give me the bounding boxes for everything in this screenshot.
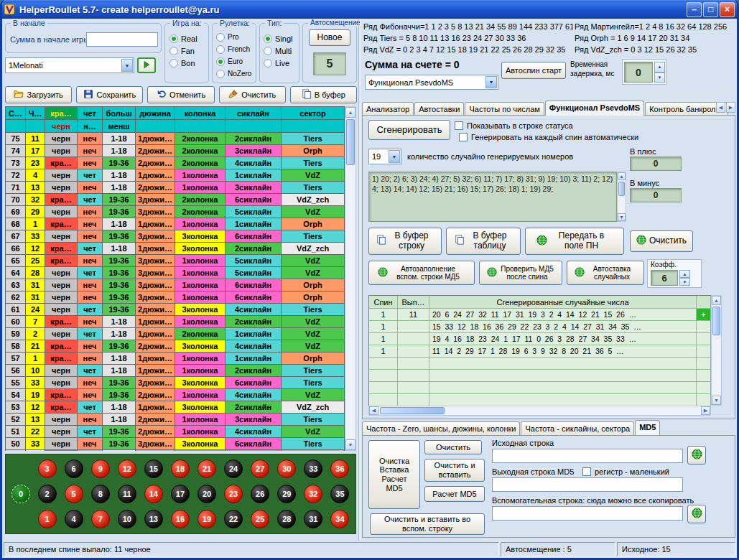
autofill-md5-button[interactable]: Автозаполнение вспом. строки МД5 bbox=[368, 261, 475, 285]
radio-option-singl[interactable]: Singl bbox=[264, 32, 292, 45]
table-row[interactable]: 6612кра…чет1-181дюжи…3колонка2сиклайнVdZ… bbox=[6, 243, 345, 255]
board-number-1[interactable]: 1 bbox=[38, 510, 57, 528]
radio-option-nozero[interactable]: NoZero bbox=[216, 67, 251, 80]
scroll-up-icon[interactable]: ▲ bbox=[712, 296, 721, 305]
spinner-down-icon[interactable]: ▼ bbox=[654, 73, 665, 83]
clipboard-button[interactable]: В буфер bbox=[290, 86, 357, 103]
autobet-button[interactable]: Автоставка случайных bbox=[567, 261, 644, 285]
board-number-24[interactable]: 24 bbox=[224, 459, 243, 478]
board-number-0[interactable]: 0 bbox=[11, 485, 30, 503]
board-number-34[interactable]: 34 bbox=[330, 510, 349, 528]
scrollbar-thumb[interactable] bbox=[618, 182, 625, 196]
board-number-35[interactable]: 35 bbox=[330, 485, 349, 503]
table-row[interactable]: 5419кра…неч19-362дюжи…1колонка4сиклайнVd… bbox=[6, 389, 345, 401]
buffer-row-button[interactable]: В буфер строку bbox=[368, 228, 442, 255]
board-number-22[interactable]: 22 bbox=[224, 510, 243, 528]
board-number-32[interactable]: 32 bbox=[304, 485, 322, 503]
board-number-9[interactable]: 9 bbox=[91, 459, 110, 478]
chevron-down-icon[interactable]: ▼ bbox=[485, 76, 497, 88]
board-number-33[interactable]: 33 bbox=[304, 459, 322, 478]
board-number-3[interactable]: 3 bbox=[38, 459, 57, 478]
table-row[interactable]: 6733черннеч19-363дюжи…3колонка6сиклайнTi… bbox=[6, 230, 345, 243]
table-row[interactable]: 7417черннеч1-182дюжи…2колонка3сиклайнOrp… bbox=[6, 145, 345, 157]
board-number-7[interactable]: 7 bbox=[91, 510, 110, 528]
table-row[interactable]: 6929черннеч19-363дюжи…2колонка5сиклайнVd… bbox=[6, 206, 345, 218]
table-row[interactable]: 607кра…неч1-181дюжи…1колонка2сиклайнVdZ bbox=[6, 316, 345, 328]
board-number-8[interactable]: 8 bbox=[91, 485, 110, 503]
scrollbar-thumb[interactable] bbox=[346, 119, 355, 165]
radio-option-fan[interactable]: Fan bbox=[169, 45, 197, 57]
table-row[interactable]: 5213черннеч1-182дюжи…1колонка3сиклайнTie… bbox=[6, 414, 345, 426]
table-row[interactable]: 5610чернчет1-181дюжи…1колонка2сиклайнTie… bbox=[6, 365, 345, 377]
table-row[interactable]: 4916кра…чет1-182дюжи…1колонка3сиклайнTie… bbox=[6, 450, 345, 451]
gen-table-row[interactable]: 119 4 16 18 23 24 1 17 11 0 26 3 28 27 3… bbox=[369, 333, 711, 345]
table-row[interactable]: 5312кра…чет1-181дюжи…3колонка2сиклайнVdZ… bbox=[6, 401, 345, 414]
new-autoshift-button[interactable]: Новое bbox=[309, 29, 350, 46]
scrollbar-thumb[interactable] bbox=[380, 407, 445, 414]
board-number-26[interactable]: 26 bbox=[251, 485, 269, 503]
board-number-19[interactable]: 19 bbox=[197, 510, 216, 528]
board-number-4[interactable]: 4 bbox=[65, 510, 83, 528]
main-tab-2[interactable]: Частоты по числам bbox=[465, 102, 544, 116]
board-number-6[interactable]: 6 bbox=[65, 459, 83, 478]
profile-combobox[interactable]: 1Melonati ▼ bbox=[5, 57, 134, 73]
scroll-up-icon[interactable]: ▲ bbox=[618, 172, 626, 180]
undo-button[interactable]: Отменить bbox=[147, 86, 214, 103]
md5-big-button[interactable]: Очистка Вставка Расчет MD5 bbox=[368, 440, 420, 509]
board-number-29[interactable]: 29 bbox=[277, 485, 296, 503]
board-number-12[interactable]: 12 bbox=[118, 459, 136, 478]
board-number-28[interactable]: 28 bbox=[277, 510, 296, 528]
scroll-up-icon[interactable]: ▲ bbox=[345, 107, 355, 118]
table-row[interactable]: 6231черннеч19-363дюжи…1колонка6сиклайнOr… bbox=[6, 291, 345, 304]
radio-option-bon[interactable]: Bon bbox=[169, 57, 197, 69]
table-row[interactable]: 6331черннеч19-363дюжи…1колонка6сиклайнOr… bbox=[6, 279, 345, 291]
folder-open-button[interactable]: Загрузить bbox=[5, 86, 72, 103]
scroll-left-icon[interactable]: ◀ bbox=[369, 406, 378, 415]
close-button[interactable]: × bbox=[720, 2, 735, 17]
autospin-start-button[interactable]: Автоспин старт bbox=[501, 62, 566, 79]
chevron-down-icon[interactable]: ▼ bbox=[389, 150, 400, 163]
board-number-23[interactable]: 23 bbox=[224, 485, 243, 503]
gen-clear-button[interactable]: Очистить bbox=[630, 230, 693, 252]
chevron-down-icon[interactable]: ▼ bbox=[121, 59, 133, 72]
board-number-31[interactable]: 31 bbox=[304, 510, 322, 528]
gen-table-row[interactable]: 111 14 2 29 17 1 28 19 6 3 9 32 8 20 21 … bbox=[369, 345, 711, 358]
md5-source-globe-button[interactable] bbox=[687, 446, 706, 465]
start-sum-input[interactable] bbox=[86, 32, 158, 47]
radio-option-french[interactable]: French bbox=[216, 43, 251, 55]
table-row[interactable]: 5533черннеч19-363дюжи…3колонка6сиклайнTi… bbox=[6, 377, 345, 389]
md5-calc-button[interactable]: Расчет MD5 bbox=[424, 486, 485, 502]
generated-numbers-text[interactable]: 1) 20; 2) 6; 3) 24; 4) 27; 5) 32; 6) 11;… bbox=[368, 172, 617, 222]
radio-option-real[interactable]: Real bbox=[169, 32, 197, 45]
md5-clear-paste-button[interactable]: Очистить и вставить bbox=[424, 459, 485, 482]
table-row[interactable]: 592чернчет1-181дюжи…2колонка1сиклайнVdZ bbox=[6, 328, 345, 340]
register-checkbox-row[interactable]: регистр - маленький bbox=[582, 467, 669, 476]
register-checkbox[interactable] bbox=[582, 467, 591, 476]
scroll-down-icon[interactable]: ▼ bbox=[345, 439, 355, 450]
spinner-down-icon[interactable]: ▼ bbox=[679, 278, 690, 286]
table-row[interactable]: 6124чернчет19-362дюжи…3колонка4сиклайнTi… bbox=[6, 304, 345, 316]
board-number-5[interactable]: 5 bbox=[65, 485, 83, 503]
board-number-25[interactable]: 25 bbox=[251, 510, 269, 528]
table-row[interactable]: 5122чернчет19-362дюжи…1колонка4сиклайнVd… bbox=[6, 426, 345, 438]
minimize-button[interactable]: – bbox=[687, 2, 702, 17]
board-number-21[interactable]: 21 bbox=[197, 459, 216, 478]
main-tab-0[interactable]: Анализатор bbox=[362, 102, 414, 116]
board-number-18[interactable]: 18 bbox=[171, 459, 190, 478]
board-number-20[interactable]: 20 bbox=[197, 485, 216, 503]
md5-output-input[interactable] bbox=[492, 477, 683, 492]
board-number-15[interactable]: 15 bbox=[144, 459, 163, 478]
table-row[interactable]: 7323кра…неч19-362дюжи…2колонка4сиклайнTi… bbox=[6, 157, 345, 169]
radio-option-pro[interactable]: Pro bbox=[216, 31, 251, 43]
apply-profile-button[interactable] bbox=[137, 57, 156, 73]
board-number-14[interactable]: 14 bbox=[144, 485, 163, 503]
buffer-table-button[interactable]: В буфер таблицу bbox=[446, 228, 521, 255]
table-row[interactable]: 6525кра…неч19-363дюжи…1колонка5сиклайнVd… bbox=[6, 255, 345, 267]
tab-scroll-left-icon[interactable]: ◀ bbox=[716, 102, 725, 113]
radio-option-live[interactable]: Live bbox=[264, 57, 292, 69]
scroll-down-icon[interactable]: ▼ bbox=[618, 213, 626, 221]
gen-table-row[interactable]: 115 33 12 18 16 36 29 22 23 3 2 4 14 27 … bbox=[369, 321, 711, 333]
table-row[interactable]: 7032кра…чет19-363дюжи…2колонка6сиклайнVd… bbox=[6, 194, 345, 206]
board-number-13[interactable]: 13 bbox=[144, 510, 163, 528]
maximize-button[interactable]: □ bbox=[703, 2, 718, 17]
